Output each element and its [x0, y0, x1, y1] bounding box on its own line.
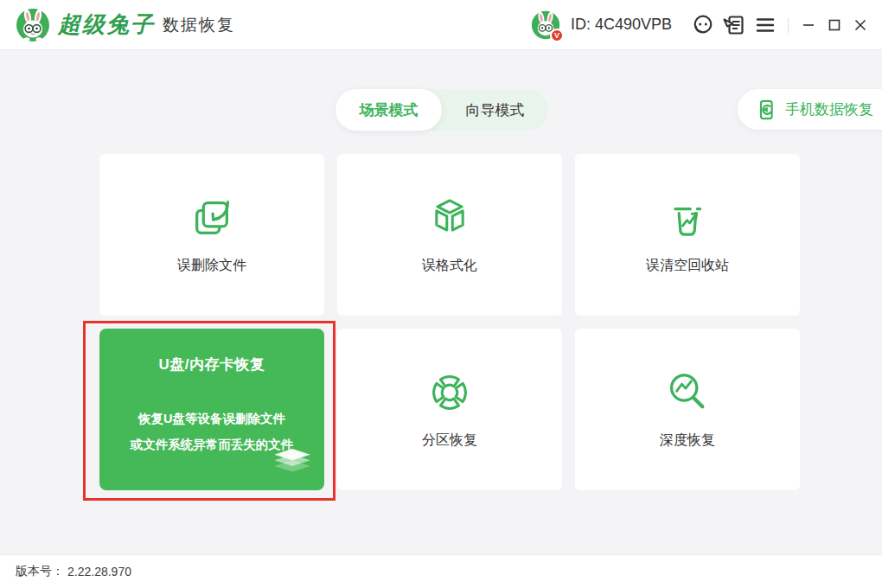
- mode-tab-switch: 场景模式 向导模式: [336, 89, 548, 131]
- headset-icon: [692, 14, 714, 36]
- rabbit-logo-icon: [16, 8, 50, 42]
- main-content: 场景模式 向导模式 手机数据恢复 误删除文件: [0, 50, 882, 554]
- card-icon-box: [665, 195, 710, 241]
- card-icon-box: [427, 369, 472, 416]
- hamburger-icon: [755, 15, 776, 35]
- brand-suffix: 数据恢复: [163, 14, 235, 36]
- phone-data-recovery-label: 手机数据恢复: [785, 99, 873, 119]
- customer-support-button[interactable]: [687, 8, 719, 42]
- main-menu-button[interactable]: [750, 8, 781, 42]
- minimize-icon: [802, 19, 815, 31]
- titlebar-divider: [788, 17, 789, 33]
- card-label: 深度恢复: [660, 431, 715, 450]
- tab-wizard-mode[interactable]: 向导模式: [442, 89, 548, 131]
- card-usb-memory-recovery[interactable]: U盘/内存卡恢复 恢复U盘等设备误删除文件 或文件系统异常而丢失的文件: [99, 329, 324, 490]
- feedback-form-icon: [723, 14, 745, 36]
- trash-restore-icon: [665, 195, 710, 240]
- card-label: 误格式化: [422, 257, 477, 275]
- minimize-button[interactable]: [796, 0, 821, 50]
- brand-name: 超级兔子: [58, 10, 155, 40]
- card-label: 分区恢复: [422, 431, 477, 450]
- partition-wheel-icon: [427, 370, 472, 415]
- phone-data-recovery-button[interactable]: 手机数据恢复: [738, 89, 882, 130]
- version-label: 版本号：: [16, 564, 64, 579]
- titlebar-right: V ID: 4C490VPB: [531, 0, 882, 49]
- usb-card-title: U盘/内存卡恢复: [159, 355, 265, 374]
- app-logo: [16, 8, 50, 42]
- cube-icon: [427, 195, 472, 240]
- card-icon-box: [665, 369, 710, 416]
- close-icon: [854, 19, 866, 31]
- file-restore-icon: [189, 195, 234, 240]
- footer-bar: 版本号： 2.22.28.970: [0, 554, 882, 588]
- feedback-button[interactable]: [719, 8, 750, 42]
- phone-transfer-icon: [755, 99, 777, 121]
- card-deleted-files[interactable]: 误删除文件: [99, 154, 324, 316]
- version-value: 2.22.28.970: [67, 565, 131, 578]
- maximize-button[interactable]: [821, 0, 847, 50]
- card-recycle-bin[interactable]: 误清空回收站: [575, 154, 800, 316]
- title-bar: 超级兔子 数据恢复 V ID: 4C490VPB: [0, 0, 882, 50]
- card-icon-box: [189, 195, 234, 241]
- magnifier-chart-icon: [665, 370, 710, 415]
- card-partition-recovery[interactable]: 分区恢复: [337, 329, 562, 490]
- usb-card-description: 恢复U盘等设备误删除文件 或文件系统异常而丢失的文件: [131, 406, 294, 457]
- layers-icon: [274, 449, 310, 480]
- card-formatted[interactable]: 误格式化: [337, 154, 562, 316]
- layers-icon-wrap: [274, 449, 310, 480]
- user-id-label: ID: 4C490VPB: [571, 16, 672, 34]
- card-deep-recovery[interactable]: 深度恢复: [575, 329, 800, 490]
- card-label: 误清空回收站: [646, 257, 729, 275]
- close-button[interactable]: [847, 0, 873, 50]
- maximize-icon: [828, 19, 840, 31]
- tab-scene-mode[interactable]: 场景模式: [336, 89, 442, 131]
- card-label: 误删除文件: [177, 257, 246, 275]
- card-icon-box: [427, 195, 472, 241]
- vip-badge: V: [550, 29, 564, 42]
- usb-card-description-line2: 或文件系统异常而丢失的文件: [131, 431, 294, 457]
- usb-card-description-line1: 恢复U盘等设备误删除文件: [131, 406, 294, 431]
- user-avatar[interactable]: V: [531, 10, 560, 40]
